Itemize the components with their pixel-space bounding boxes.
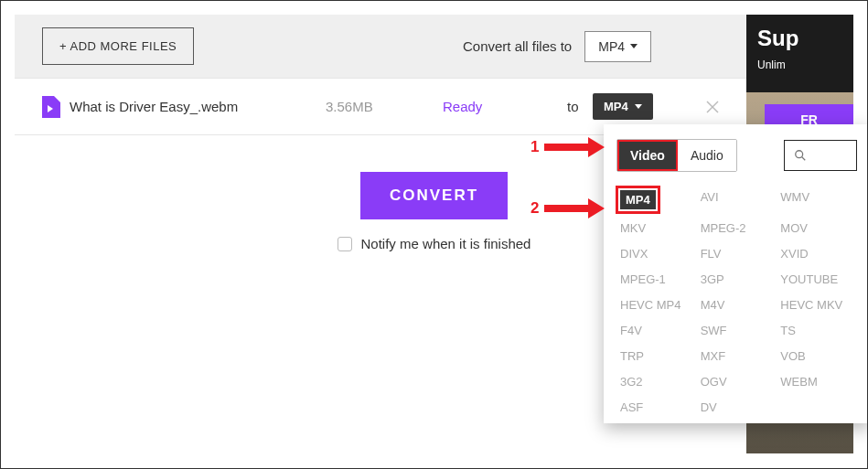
- format-option[interactable]: VOB: [780, 349, 857, 363]
- format-option[interactable]: M4V: [701, 298, 777, 312]
- format-option[interactable]: F4V: [620, 324, 697, 337]
- top-bar: + ADD MORE FILES Convert all files to MP…: [15, 15, 853, 79]
- promo-title: Sup: [757, 26, 853, 51]
- convert-all-label: Convert all files to: [463, 38, 572, 54]
- file-name: What is Driver Easy_.webm: [70, 99, 238, 114]
- search-icon: [794, 149, 807, 162]
- format-grid: MP4AVIWMVMKVMPEG-2MOVDIVXFLVXVIDMPEG-13G…: [604, 188, 868, 414]
- dropdown-header: Video Audio: [604, 124, 868, 188]
- format-option[interactable]: FLV: [701, 247, 777, 261]
- format-option[interactable]: DIVX: [620, 247, 697, 261]
- format-dropdown: Video Audio MP4AVIWMVMKVMPEG-2MOVDIVXFLV…: [604, 124, 868, 423]
- format-option-selected[interactable]: MP4: [620, 190, 656, 209]
- format-option[interactable]: DV: [701, 400, 777, 414]
- convert-all-area: Convert all files to MP4: [463, 31, 651, 62]
- format-option[interactable]: TRP: [620, 349, 697, 363]
- video-file-icon: [42, 96, 60, 118]
- format-option[interactable]: MPEG-1: [620, 272, 697, 286]
- format-option[interactable]: 3G2: [620, 375, 697, 389]
- convert-all-format-value: MP4: [598, 39, 625, 54]
- format-search-input[interactable]: [784, 140, 857, 171]
- format-option[interactable]: ASF: [620, 400, 697, 414]
- format-option[interactable]: HEVC MP4: [620, 298, 697, 312]
- format-option[interactable]: YOUTUBE: [780, 272, 857, 286]
- format-option[interactable]: MPEG-2: [701, 221, 777, 235]
- tab-audio[interactable]: Audio: [678, 140, 736, 171]
- file-format-value: MP4: [604, 100, 628, 113]
- format-option[interactable]: OGV: [701, 375, 777, 389]
- notify-checkbox[interactable]: [338, 237, 352, 251]
- format-option[interactable]: HEVC MKV: [780, 298, 857, 312]
- format-option[interactable]: WMV: [780, 190, 857, 209]
- remove-file-button[interactable]: [705, 100, 720, 114]
- format-option[interactable]: 3GP: [701, 272, 777, 286]
- promo-subtitle: Unlim: [757, 59, 853, 71]
- convert-all-format-select[interactable]: MP4: [584, 31, 651, 62]
- chevron-down-icon: [630, 44, 638, 48]
- chevron-down-icon: [635, 104, 642, 109]
- file-size: 3.56MB: [326, 99, 373, 114]
- format-option[interactable]: XVID: [780, 247, 857, 261]
- convert-button[interactable]: CONVERT: [360, 172, 508, 219]
- file-status: Ready: [443, 99, 482, 114]
- svg-line-3: [802, 157, 806, 161]
- format-option[interactable]: AVI: [701, 190, 777, 209]
- tab-video[interactable]: Video: [617, 140, 678, 171]
- format-option[interactable]: [780, 400, 857, 414]
- format-option[interactable]: MXF: [701, 349, 777, 363]
- format-option[interactable]: TS: [780, 324, 857, 337]
- format-option[interactable]: MOV: [780, 221, 857, 235]
- format-option[interactable]: WEBM: [780, 375, 857, 389]
- format-option[interactable]: SWF: [701, 324, 777, 337]
- format-option[interactable]: MKV: [620, 221, 697, 235]
- media-type-tabs: Video Audio: [616, 139, 737, 172]
- svg-point-2: [796, 151, 803, 158]
- notify-label: Notify me when it is finished: [361, 236, 531, 251]
- add-more-files-button[interactable]: + ADD MORE FILES: [42, 27, 194, 65]
- to-label: to: [567, 99, 579, 114]
- file-format-select[interactable]: MP4: [593, 93, 653, 120]
